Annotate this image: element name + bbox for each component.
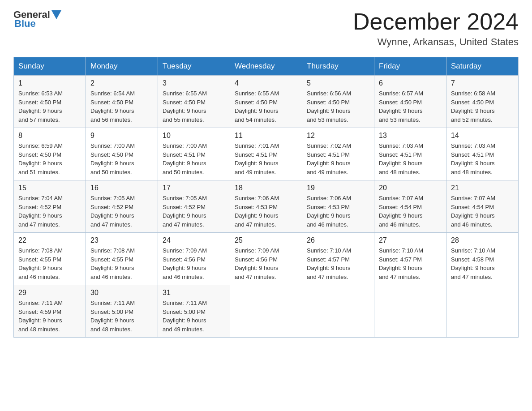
weekday-header-friday: Friday [374,57,446,76]
day-number: 29 [18,289,81,297]
title-block: December 2024 Wynne, Arkansas, United St… [353,9,519,48]
day-info: Sunrise: 6:54 AM Sunset: 4:50 PM Dayligh… [90,89,153,124]
day-info: Sunrise: 6:56 AM Sunset: 4:50 PM Dayligh… [307,89,369,124]
day-number: 1 [18,79,81,87]
calendar-day-cell: 14 Sunrise: 7:03 AM Sunset: 4:51 PM Dayl… [446,128,519,180]
day-number: 17 [163,184,225,192]
day-number: 30 [90,289,153,297]
calendar-day-cell: 7 Sunrise: 6:58 AM Sunset: 4:50 PM Dayli… [446,76,519,128]
day-number: 23 [90,236,153,244]
calendar-week-row: 8 Sunrise: 6:59 AM Sunset: 4:50 PM Dayli… [14,128,519,180]
day-number: 7 [451,79,514,87]
day-info: Sunrise: 7:11 AM Sunset: 4:59 PM Dayligh… [18,299,81,334]
day-number: 20 [379,184,442,192]
calendar-day-cell: 18 Sunrise: 7:06 AM Sunset: 4:53 PM Dayl… [230,180,302,233]
day-info: Sunrise: 7:11 AM Sunset: 5:00 PM Dayligh… [163,299,225,334]
day-number: 10 [163,132,225,140]
weekday-header-row: SundayMondayTuesdayWednesdayThursdayFrid… [14,57,519,76]
day-number: 26 [307,236,369,244]
calendar-week-row: 22 Sunrise: 7:08 AM Sunset: 4:55 PM Dayl… [14,233,519,285]
calendar-day-cell: 9 Sunrise: 7:00 AM Sunset: 4:50 PM Dayli… [86,128,158,180]
calendar-day-cell: 29 Sunrise: 7:11 AM Sunset: 4:59 PM Dayl… [14,285,86,338]
logo: General Blue [13,9,61,30]
day-number: 12 [307,132,369,140]
weekday-header-tuesday: Tuesday [158,57,230,76]
day-number: 24 [163,236,225,244]
day-info: Sunrise: 7:02 AM Sunset: 4:51 PM Dayligh… [307,141,369,176]
weekday-header-saturday: Saturday [446,57,519,76]
day-info: Sunrise: 7:10 AM Sunset: 4:57 PM Dayligh… [307,246,369,281]
weekday-header-monday: Monday [86,57,158,76]
location-title: Wynne, Arkansas, United States [353,36,519,48]
day-number: 14 [451,132,514,140]
calendar-week-row: 15 Sunrise: 7:04 AM Sunset: 4:52 PM Dayl… [14,180,519,233]
day-info: Sunrise: 7:08 AM Sunset: 4:55 PM Dayligh… [90,246,153,281]
calendar-day-cell: 23 Sunrise: 7:08 AM Sunset: 4:55 PM Dayl… [86,233,158,285]
svg-marker-0 [51,10,61,19]
day-info: Sunrise: 7:03 AM Sunset: 4:51 PM Dayligh… [451,141,514,176]
calendar-day-cell: 30 Sunrise: 7:11 AM Sunset: 5:00 PM Dayl… [86,285,158,338]
day-number: 18 [235,184,297,192]
calendar-day-cell: 5 Sunrise: 6:56 AM Sunset: 4:50 PM Dayli… [302,76,374,128]
calendar-day-cell: 2 Sunrise: 6:54 AM Sunset: 4:50 PM Dayli… [86,76,158,128]
day-info: Sunrise: 7:06 AM Sunset: 4:53 PM Dayligh… [235,194,297,229]
calendar-day-cell: 3 Sunrise: 6:55 AM Sunset: 4:50 PM Dayli… [158,76,230,128]
day-info: Sunrise: 7:00 AM Sunset: 4:50 PM Dayligh… [90,141,153,176]
calendar-day-cell: 1 Sunrise: 6:53 AM Sunset: 4:50 PM Dayli… [14,76,86,128]
calendar-day-cell: 27 Sunrise: 7:10 AM Sunset: 4:57 PM Dayl… [374,233,446,285]
day-number: 3 [163,79,225,87]
calendar-day-cell: 25 Sunrise: 7:09 AM Sunset: 4:56 PM Dayl… [230,233,302,285]
day-info: Sunrise: 7:09 AM Sunset: 4:56 PM Dayligh… [163,246,225,281]
day-info: Sunrise: 7:11 AM Sunset: 5:00 PM Dayligh… [90,299,153,334]
day-info: Sunrise: 6:53 AM Sunset: 4:50 PM Dayligh… [18,89,81,124]
day-number: 28 [451,236,514,244]
day-number: 19 [307,184,369,192]
calendar-day-cell: 8 Sunrise: 6:59 AM Sunset: 4:50 PM Dayli… [14,128,86,180]
calendar-day-cell: 15 Sunrise: 7:04 AM Sunset: 4:52 PM Dayl… [14,180,86,233]
day-number: 15 [18,184,81,192]
day-info: Sunrise: 7:05 AM Sunset: 4:52 PM Dayligh… [90,194,153,229]
day-number: 13 [379,132,442,140]
day-number: 2 [90,79,153,87]
calendar-day-cell: 26 Sunrise: 7:10 AM Sunset: 4:57 PM Dayl… [302,233,374,285]
day-number: 21 [451,184,514,192]
calendar-day-cell: 31 Sunrise: 7:11 AM Sunset: 5:00 PM Dayl… [158,285,230,338]
calendar-day-cell [302,285,374,338]
calendar-week-row: 1 Sunrise: 6:53 AM Sunset: 4:50 PM Dayli… [14,76,519,128]
day-info: Sunrise: 7:06 AM Sunset: 4:53 PM Dayligh… [307,194,369,229]
day-info: Sunrise: 6:58 AM Sunset: 4:50 PM Dayligh… [451,89,514,124]
month-title: December 2024 [353,9,519,34]
day-number: 22 [18,236,81,244]
day-info: Sunrise: 7:08 AM Sunset: 4:55 PM Dayligh… [18,246,81,281]
day-number: 25 [235,236,297,244]
calendar-day-cell: 10 Sunrise: 7:00 AM Sunset: 4:51 PM Dayl… [158,128,230,180]
calendar-day-cell: 6 Sunrise: 6:57 AM Sunset: 4:50 PM Dayli… [374,76,446,128]
calendar-day-cell: 20 Sunrise: 7:07 AM Sunset: 4:54 PM Dayl… [374,180,446,233]
day-info: Sunrise: 6:55 AM Sunset: 4:50 PM Dayligh… [163,89,225,124]
logo-blue-text: Blue [14,18,36,30]
page-header: General Blue December 2024 Wynne, Arkans… [13,9,519,48]
day-number: 31 [163,289,225,297]
day-number: 27 [379,236,442,244]
day-number: 9 [90,132,153,140]
calendar-day-cell: 21 Sunrise: 7:07 AM Sunset: 4:54 PM Dayl… [446,180,519,233]
day-number: 11 [235,132,297,140]
calendar-day-cell: 4 Sunrise: 6:55 AM Sunset: 4:50 PM Dayli… [230,76,302,128]
calendar-day-cell: 12 Sunrise: 7:02 AM Sunset: 4:51 PM Dayl… [302,128,374,180]
day-info: Sunrise: 7:04 AM Sunset: 4:52 PM Dayligh… [18,194,81,229]
calendar-day-cell: 16 Sunrise: 7:05 AM Sunset: 4:52 PM Dayl… [86,180,158,233]
calendar-day-cell: 13 Sunrise: 7:03 AM Sunset: 4:51 PM Dayl… [374,128,446,180]
weekday-header-sunday: Sunday [14,57,86,76]
calendar-week-row: 29 Sunrise: 7:11 AM Sunset: 4:59 PM Dayl… [14,285,519,338]
day-info: Sunrise: 7:09 AM Sunset: 4:56 PM Dayligh… [235,246,297,281]
day-number: 16 [90,184,153,192]
day-info: Sunrise: 7:07 AM Sunset: 4:54 PM Dayligh… [379,194,442,229]
day-number: 5 [307,79,369,87]
day-number: 8 [18,132,81,140]
calendar-day-cell: 22 Sunrise: 7:08 AM Sunset: 4:55 PM Dayl… [14,233,86,285]
weekday-header-wednesday: Wednesday [230,57,302,76]
logo-triangle-icon [51,10,61,20]
day-info: Sunrise: 7:07 AM Sunset: 4:54 PM Dayligh… [451,194,514,229]
day-info: Sunrise: 7:03 AM Sunset: 4:51 PM Dayligh… [379,141,442,176]
day-info: Sunrise: 6:57 AM Sunset: 4:50 PM Dayligh… [379,89,442,124]
